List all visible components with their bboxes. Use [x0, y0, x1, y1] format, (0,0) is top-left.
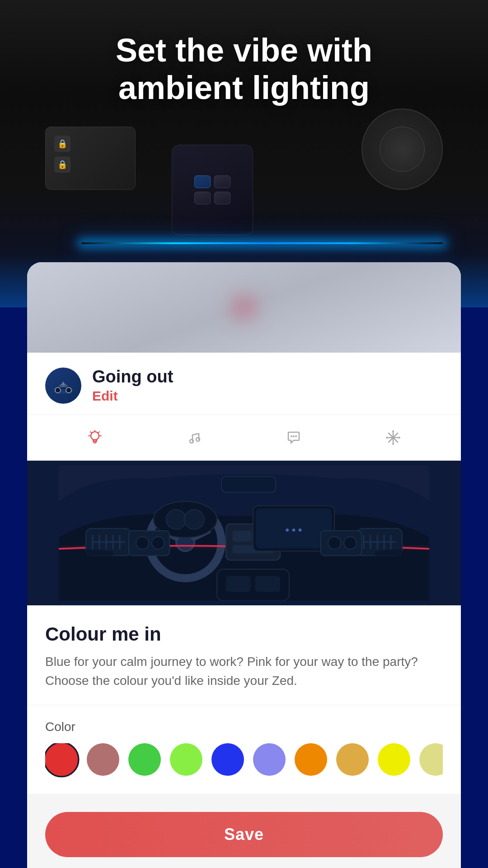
svg-point-12	[291, 435, 292, 437]
colour-title: Colour me in	[45, 623, 443, 645]
hero-title-line2: ambient lighting	[118, 70, 370, 106]
card-image	[27, 262, 461, 353]
svg-line-8	[90, 432, 91, 433]
color-swatch-green[interactable]	[128, 743, 161, 776]
svg-rect-55	[226, 576, 251, 592]
svg-point-13	[293, 435, 295, 437]
tab-bar	[27, 415, 461, 461]
card-info: Going out Edit	[92, 367, 173, 404]
speaker-center	[380, 127, 425, 172]
svg-point-60	[152, 537, 164, 549]
color-swatch-lime[interactable]	[170, 743, 202, 776]
console-btn-1	[194, 175, 211, 188]
svg-point-11	[196, 438, 200, 441]
color-swatch-pale-yellow[interactable]	[419, 743, 443, 776]
hero-title: Set the vibe with ambient lighting	[0, 32, 488, 107]
center-console	[172, 145, 253, 235]
colour-section: Colour me in Blue for your calm journey …	[27, 605, 461, 705]
svg-point-20	[392, 430, 394, 432]
hero-section: 🔒 🔒 Set the vibe with ambient lighting	[0, 0, 488, 307]
svg-point-14	[295, 435, 297, 437]
svg-point-22	[386, 437, 388, 439]
svg-point-63	[344, 537, 357, 549]
lock-icon-1: 🔒	[54, 136, 70, 152]
console-btn-2	[214, 175, 230, 188]
color-label: Color	[45, 720, 443, 734]
console-btn-4	[214, 192, 230, 204]
car-svg-container: ● ● ●	[27, 461, 461, 605]
svg-point-3	[91, 432, 99, 440]
color-swatch-yellow[interactable]	[378, 743, 410, 776]
tab-light[interactable]	[81, 424, 108, 451]
svg-point-21	[392, 443, 394, 445]
hero-title-line1: Set the vibe with	[116, 32, 372, 68]
svg-line-9	[99, 432, 99, 433]
save-button[interactable]: Save	[45, 812, 443, 857]
avatar-car-svg	[51, 377, 76, 395]
color-swatch-mauve[interactable]	[87, 743, 119, 776]
card-scene-name: Going out	[92, 367, 173, 386]
console-btn-3	[194, 192, 211, 204]
color-swatch-red[interactable]	[45, 743, 80, 778]
svg-rect-31	[233, 531, 252, 542]
car-interior-svg: ● ● ●	[59, 465, 429, 601]
svg-point-2	[66, 387, 71, 393]
card-header: Going out Edit	[27, 353, 461, 415]
color-swatch-orange[interactable]	[295, 743, 327, 776]
door-lock-icons: 🔒 🔒	[54, 136, 70, 173]
btn-row-1	[194, 175, 230, 188]
speaker-grille	[361, 108, 443, 190]
btn-row-2	[194, 192, 230, 204]
colour-description: Blue for your calm journey to work? Pink…	[45, 652, 443, 690]
svg-point-23	[399, 437, 400, 439]
save-section: Save	[27, 794, 461, 868]
image-blur-accent	[226, 289, 262, 326]
color-swatch-gold[interactable]	[336, 743, 369, 776]
svg-point-1	[55, 387, 61, 393]
svg-point-10	[190, 439, 193, 443]
color-swatch-blue[interactable]	[211, 743, 244, 776]
color-picker-section: Color	[27, 705, 461, 794]
tab-music[interactable]	[181, 424, 208, 451]
svg-point-62	[328, 537, 341, 549]
color-swatches	[45, 743, 443, 779]
svg-point-59	[136, 537, 149, 549]
card-edit-link[interactable]: Edit	[92, 388, 173, 404]
main-card: Going out Edit	[27, 262, 461, 868]
ambient-light-strip	[81, 242, 443, 244]
lock-icon-2: 🔒	[54, 156, 70, 173]
svg-point-49	[166, 509, 186, 529]
tab-climate[interactable]	[380, 424, 407, 451]
color-swatch-lavender[interactable]	[253, 743, 286, 776]
svg-rect-56	[255, 576, 280, 592]
tab-chat[interactable]	[280, 424, 307, 451]
svg-point-19	[392, 436, 394, 439]
svg-rect-57	[221, 476, 276, 492]
avatar	[45, 368, 81, 404]
door-speaker	[361, 108, 452, 199]
car-interior-illustration: ● ● ●	[27, 461, 461, 605]
svg-text:●  ●  ●: ● ● ●	[285, 526, 302, 533]
door-handle-area: 🔒 🔒	[45, 127, 145, 199]
svg-point-50	[184, 509, 204, 529]
